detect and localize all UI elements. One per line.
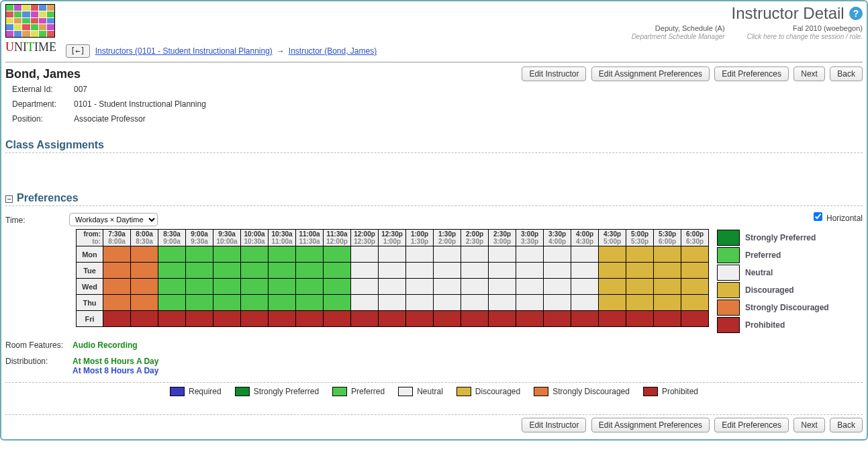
preference-cell[interactable] bbox=[626, 311, 654, 327]
preference-cell[interactable] bbox=[241, 246, 269, 263]
next-button[interactable]: Next bbox=[793, 66, 825, 81]
preference-cell[interactable] bbox=[296, 263, 324, 279]
edit-assignment-preferences-button[interactable]: Edit Assignment Preferences bbox=[591, 66, 710, 81]
preference-cell[interactable] bbox=[269, 246, 296, 263]
preference-cell[interactable] bbox=[489, 263, 516, 279]
preference-cell[interactable] bbox=[324, 246, 351, 263]
preference-cell[interactable] bbox=[544, 295, 571, 311]
preference-cell[interactable] bbox=[434, 311, 461, 327]
collapse-icon[interactable]: − bbox=[5, 195, 13, 203]
session-info[interactable]: Deputy, Schedule (A) Department Schedule… bbox=[66, 24, 863, 40]
preference-cell[interactable] bbox=[103, 263, 131, 279]
preference-cell[interactable] bbox=[379, 311, 406, 327]
preference-cell[interactable] bbox=[571, 295, 599, 311]
preference-cell[interactable] bbox=[379, 295, 406, 311]
preference-cell[interactable] bbox=[351, 279, 379, 295]
preference-cell[interactable] bbox=[489, 246, 516, 263]
preference-cell[interactable] bbox=[599, 246, 626, 263]
edit-instructor-button[interactable]: Edit Instructor bbox=[522, 66, 586, 81]
preference-cell[interactable] bbox=[626, 246, 654, 263]
preference-cell[interactable] bbox=[351, 246, 379, 263]
preference-cell[interactable] bbox=[406, 311, 434, 327]
preference-cell[interactable] bbox=[516, 263, 544, 279]
preference-cell[interactable] bbox=[571, 263, 599, 279]
preference-cell[interactable] bbox=[406, 295, 434, 311]
preference-cell[interactable] bbox=[379, 263, 406, 279]
preference-cell[interactable] bbox=[406, 246, 434, 263]
preference-cell[interactable] bbox=[516, 311, 544, 327]
back-button-footer[interactable]: Back bbox=[830, 418, 863, 432]
preference-cell[interactable] bbox=[434, 279, 461, 295]
preference-cell[interactable] bbox=[158, 279, 186, 295]
preference-cell[interactable] bbox=[103, 279, 131, 295]
preference-cell[interactable] bbox=[241, 279, 269, 295]
preference-cell[interactable] bbox=[241, 263, 269, 279]
preference-cell[interactable] bbox=[213, 311, 241, 327]
edit-instructor-button-footer[interactable]: Edit Instructor bbox=[522, 418, 586, 432]
preference-cell[interactable] bbox=[351, 263, 379, 279]
preference-cell[interactable] bbox=[269, 311, 296, 327]
preference-cell[interactable] bbox=[599, 311, 626, 327]
preference-cell[interactable] bbox=[158, 246, 186, 263]
back-button[interactable]: Back bbox=[830, 66, 863, 81]
edit-assignment-preferences-button-footer[interactable]: Edit Assignment Preferences bbox=[591, 418, 710, 432]
preference-cell[interactable] bbox=[434, 263, 461, 279]
preference-cell[interactable] bbox=[544, 246, 571, 263]
preference-cell[interactable] bbox=[406, 263, 434, 279]
preference-cell[interactable] bbox=[489, 311, 516, 327]
preference-cell[interactable] bbox=[434, 246, 461, 263]
preference-cell[interactable] bbox=[213, 263, 241, 279]
preference-cell[interactable] bbox=[654, 246, 681, 263]
preference-cell[interactable] bbox=[269, 263, 296, 279]
preference-cell[interactable] bbox=[626, 263, 654, 279]
preference-cell[interactable] bbox=[681, 246, 709, 263]
preference-cell[interactable] bbox=[489, 295, 516, 311]
preference-cell[interactable] bbox=[681, 263, 709, 279]
preference-cell[interactable] bbox=[681, 295, 709, 311]
preference-cell[interactable] bbox=[103, 311, 131, 327]
preference-cell[interactable] bbox=[296, 279, 324, 295]
preference-cell[interactable] bbox=[599, 263, 626, 279]
preference-cell[interactable] bbox=[489, 279, 516, 295]
preference-cell[interactable] bbox=[324, 279, 351, 295]
preference-cell[interactable] bbox=[599, 295, 626, 311]
preference-cell[interactable] bbox=[654, 311, 681, 327]
edit-preferences-button[interactable]: Edit Preferences bbox=[714, 66, 789, 81]
breadcrumb-link-instructor[interactable]: Instructor (Bond, James) bbox=[289, 46, 377, 56]
preference-cell[interactable] bbox=[131, 263, 158, 279]
preference-cell[interactable] bbox=[269, 279, 296, 295]
preference-cell[interactable] bbox=[461, 246, 489, 263]
breadcrumb-link-instructors[interactable]: Instructors (0101 - Student Instructiona… bbox=[95, 46, 273, 56]
preference-cell[interactable] bbox=[516, 295, 544, 311]
edit-preferences-button-footer[interactable]: Edit Preferences bbox=[714, 418, 789, 432]
preference-cell[interactable] bbox=[461, 263, 489, 279]
preference-cell[interactable] bbox=[131, 279, 158, 295]
preference-cell[interactable] bbox=[213, 246, 241, 263]
preference-cell[interactable] bbox=[351, 311, 379, 327]
preference-cell[interactable] bbox=[131, 246, 158, 263]
preference-cell[interactable] bbox=[269, 295, 296, 311]
preference-cell[interactable] bbox=[241, 295, 269, 311]
preference-cell[interactable] bbox=[324, 295, 351, 311]
preference-cell[interactable] bbox=[213, 279, 241, 295]
preference-cell[interactable] bbox=[186, 246, 213, 263]
preference-cell[interactable] bbox=[103, 246, 131, 263]
preference-cell[interactable] bbox=[324, 263, 351, 279]
preference-cell[interactable] bbox=[186, 263, 213, 279]
preference-cell[interactable] bbox=[158, 311, 186, 327]
preference-cell[interactable] bbox=[296, 246, 324, 263]
preference-cell[interactable] bbox=[461, 279, 489, 295]
preference-cell[interactable] bbox=[626, 279, 654, 295]
preference-cell[interactable] bbox=[379, 246, 406, 263]
preference-cell[interactable] bbox=[461, 311, 489, 327]
preference-cell[interactable] bbox=[681, 279, 709, 295]
preference-cell[interactable] bbox=[654, 263, 681, 279]
preference-cell[interactable] bbox=[158, 295, 186, 311]
preference-cell[interactable] bbox=[516, 279, 544, 295]
time-select[interactable]: Workdays × Daytime bbox=[69, 213, 158, 226]
back-icon[interactable]: [←] bbox=[66, 44, 90, 58]
preference-cell[interactable] bbox=[571, 279, 599, 295]
preference-cell[interactable] bbox=[296, 311, 324, 327]
preference-cell[interactable] bbox=[131, 295, 158, 311]
preference-cell[interactable] bbox=[544, 279, 571, 295]
